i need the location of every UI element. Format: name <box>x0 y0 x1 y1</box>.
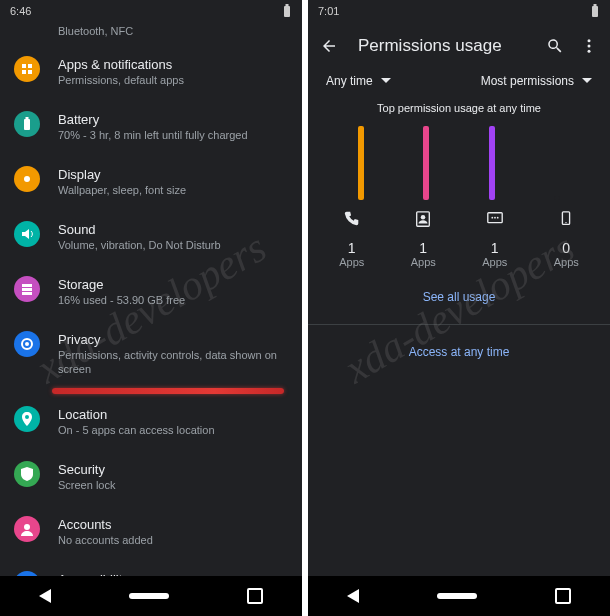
stat-device[interactable]: 0Apps <box>531 210 603 268</box>
svg-rect-16 <box>592 6 598 17</box>
battery-icon <box>14 111 40 137</box>
brightness-icon <box>14 166 40 192</box>
settings-item-storage[interactable]: Storage16% used - 53.90 GB free <box>0 264 302 319</box>
item-subtitle: 16% used - 53.90 GB free <box>58 293 288 307</box>
settings-item-grid[interactable]: Apps & notificationsPermissions, default… <box>0 44 302 99</box>
svg-point-22 <box>421 215 426 220</box>
grid-icon <box>14 56 40 82</box>
settings-item-accounts[interactable]: AccountsNo accounts added <box>0 504 302 559</box>
stat-sms[interactable]: 1Apps <box>459 210 531 268</box>
stat-label: Apps <box>411 256 436 268</box>
svg-rect-6 <box>24 119 30 130</box>
svg-rect-0 <box>284 6 290 17</box>
device-icon <box>557 210 575 228</box>
svg-point-28 <box>566 222 567 223</box>
item-subtitle: No accounts added <box>58 533 288 547</box>
permissions-usage-screen: xda-developers 7:01 Permissions usage An… <box>308 0 610 616</box>
chevron-down-icon <box>582 76 592 86</box>
permission-bars <box>308 120 610 200</box>
svg-rect-10 <box>22 288 32 291</box>
contacts-icon <box>414 210 432 228</box>
back-icon[interactable] <box>320 37 338 55</box>
divider <box>308 324 610 325</box>
settings-item-security[interactable]: SecurityScreen lock <box>0 449 302 504</box>
stat-count: 1 <box>348 240 356 256</box>
settings-item-battery[interactable]: Battery70% - 3 hr, 8 min left until full… <box>0 99 302 154</box>
svg-rect-9 <box>22 284 32 287</box>
svg-rect-5 <box>28 70 32 74</box>
sms-icon <box>486 210 504 228</box>
svg-point-25 <box>494 217 496 219</box>
stat-label: Apps <box>339 256 364 268</box>
permission-stats: 1Apps1Apps1Apps0Apps <box>308 200 610 274</box>
settings-list[interactable]: Apps & notificationsPermissions, default… <box>0 44 302 576</box>
settings-item-volume[interactable]: SoundVolume, vibration, Do Not Disturb <box>0 209 302 264</box>
item-title: Sound <box>58 221 288 238</box>
nav-bar <box>0 576 302 616</box>
clock: 7:01 <box>318 5 339 17</box>
item-subtitle: Permissions, activity controls, data sho… <box>58 348 288 376</box>
item-subtitle: Wallpaper, sleep, font size <box>58 183 288 197</box>
status-bar-right: 7:01 <box>308 0 610 22</box>
nav-home-button[interactable] <box>437 593 477 599</box>
svg-rect-11 <box>22 292 32 295</box>
security-icon <box>14 461 40 487</box>
more-icon[interactable] <box>580 37 598 55</box>
svg-point-20 <box>588 50 591 53</box>
svg-point-14 <box>24 524 30 530</box>
chart-title: Top permission usage at any time <box>308 102 610 114</box>
accounts-icon <box>14 516 40 542</box>
battery-status-icon <box>282 4 292 18</box>
sort-filter-dropdown[interactable]: Most permissions <box>481 74 592 88</box>
stat-label: Apps <box>482 256 507 268</box>
settings-item-accessibility[interactable]: AccessibilityScreen readers, display, in… <box>0 559 302 576</box>
nav-recent-button[interactable] <box>555 588 571 604</box>
item-title: Accounts <box>58 516 288 533</box>
svg-point-26 <box>497 217 499 219</box>
bar-contacts <box>423 126 429 200</box>
page-title: Permissions usage <box>358 36 546 56</box>
battery-status-icon <box>590 4 600 18</box>
bar-sms <box>489 126 495 200</box>
item-title: Display <box>58 166 288 183</box>
chevron-down-icon <box>381 76 391 86</box>
nav-home-button[interactable] <box>129 593 169 599</box>
item-title: Storage <box>58 276 288 293</box>
svg-point-24 <box>491 217 493 219</box>
nav-back-button[interactable] <box>39 589 51 603</box>
see-all-usage-link[interactable]: See all usage <box>308 274 610 320</box>
item-subtitle: On - 5 apps can access location <box>58 423 288 437</box>
stat-count: 0 <box>562 240 570 256</box>
item-title: Apps & notifications <box>58 56 288 73</box>
stat-phone[interactable]: 1Apps <box>316 210 388 268</box>
item-subtitle: Screen lock <box>58 478 288 492</box>
settings-item-brightness[interactable]: DisplayWallpaper, sleep, font size <box>0 154 302 209</box>
access-any-time-link[interactable]: Access at any time <box>308 329 610 375</box>
stat-count: 1 <box>491 240 499 256</box>
svg-rect-7 <box>26 117 29 119</box>
item-title: Security <box>58 461 288 478</box>
item-title: Privacy <box>58 331 288 348</box>
item-title: Battery <box>58 111 288 128</box>
time-filter-dropdown[interactable]: Any time <box>326 74 391 88</box>
svg-point-19 <box>588 45 591 48</box>
location-icon <box>14 406 40 432</box>
volume-icon <box>14 221 40 247</box>
search-icon[interactable] <box>546 37 564 55</box>
stat-contacts[interactable]: 1Apps <box>388 210 460 268</box>
settings-item-privacy[interactable]: PrivacyPermissions, activity controls, d… <box>0 319 302 388</box>
nav-recent-button[interactable] <box>247 588 263 604</box>
nav-back-button[interactable] <box>347 589 359 603</box>
settings-screen: xda-developers 6:46 Bluetooth, NFC Apps … <box>0 0 302 616</box>
item-title: Location <box>58 406 288 423</box>
filter-bar: Any time Most permissions <box>308 66 610 92</box>
svg-rect-3 <box>28 64 32 68</box>
status-bar-left: 6:46 <box>0 0 302 22</box>
settings-item-location[interactable]: LocationOn - 5 apps can access location <box>0 394 302 449</box>
phone-icon <box>343 210 361 228</box>
item-subtitle: Volume, vibration, Do Not Disturb <box>58 238 288 252</box>
svg-point-13 <box>25 342 29 346</box>
header-subtitle: Bluetooth, NFC <box>0 22 302 44</box>
svg-point-18 <box>588 39 591 42</box>
clock: 6:46 <box>10 5 31 17</box>
